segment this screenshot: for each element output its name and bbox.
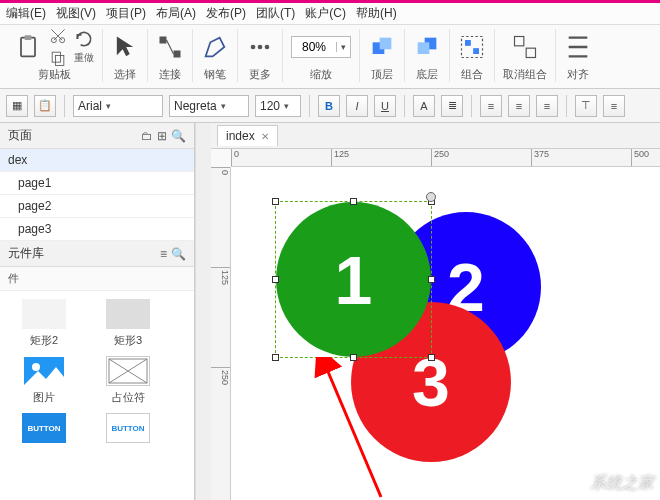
ungroup-label: 取消组合 [503, 67, 547, 82]
valign-top-btn[interactable]: ⊤ [575, 95, 597, 117]
page-item-index[interactable]: dex [0, 149, 194, 172]
pages-title: 页面 [8, 127, 32, 144]
sidebar-scrollbar[interactable] [195, 123, 211, 500]
rotate-handle[interactable] [426, 192, 436, 202]
menu-edit[interactable]: 编辑(E) [6, 5, 46, 22]
menu-help[interactable]: 帮助(H) [356, 5, 397, 22]
group-select: 选择 [103, 29, 148, 82]
lib-item-placeholder[interactable]: 占位符 [98, 356, 158, 405]
redo-label[interactable]: 重做 [74, 51, 94, 65]
close-icon[interactable]: ✕ [261, 131, 269, 142]
add-folder-icon[interactable]: 🗀 [141, 129, 153, 143]
menu-publish[interactable]: 发布(P) [206, 5, 246, 22]
format-bar: ▦ 📋 Arial▾ Negreta▾ 120▾ B I U A ≣ ≡ ≡ ≡… [0, 89, 660, 123]
menu-layout[interactable]: 布局(A) [156, 5, 196, 22]
lib-panel-header: 元件库 ≡ 🔍 [0, 241, 194, 267]
bullets-btn[interactable]: ≣ [441, 95, 463, 117]
lib-item-button1[interactable]: BUTTON [14, 413, 74, 447]
group-pen: 钢笔 [193, 29, 238, 82]
group-toplayer: 顶层 [360, 29, 405, 82]
page-item-page2[interactable]: page2 [0, 195, 194, 218]
ruler-tick: 125 [331, 149, 349, 166]
separator [471, 95, 472, 117]
lib-item-label: 图片 [33, 390, 55, 405]
add-page-icon[interactable]: ⊞ [157, 129, 167, 143]
svg-rect-16 [465, 40, 471, 46]
menu-view[interactable]: 视图(V) [56, 5, 96, 22]
canvas-area: index ✕ 0 125 250 375 500 0 125 250 2 3 … [211, 123, 660, 500]
svg-rect-12 [380, 38, 392, 50]
group-align: 对齐 [556, 29, 600, 82]
group-clipboard: 重做 剪贴板 [6, 29, 103, 82]
group-connect: 连接 [148, 29, 193, 82]
underline-btn[interactable]: U [374, 95, 396, 117]
lib-item-button2[interactable]: BUTTON [98, 413, 158, 447]
size-select[interactable]: 120▾ [255, 95, 301, 117]
zoom-combo[interactable]: ▾ [291, 36, 351, 58]
font-color-btn[interactable]: A [413, 95, 435, 117]
paste-style-btn[interactable]: 📋 [34, 95, 56, 117]
italic-btn[interactable]: I [346, 95, 368, 117]
ruler-horizontal[interactable]: 0 125 250 375 500 [231, 149, 660, 167]
send-back-icon[interactable] [413, 33, 441, 61]
lib-menu-icon[interactable]: ≡ [160, 247, 167, 261]
paste-icon[interactable] [14, 33, 42, 61]
lib-item-image[interactable]: 图片 [14, 356, 74, 405]
group-label: 组合 [461, 67, 483, 82]
lib-item-rect2[interactable]: 矩形2 [14, 299, 74, 348]
svg-rect-6 [160, 37, 167, 44]
group-more: 更多 [238, 29, 283, 82]
tab-index[interactable]: index ✕ [217, 125, 278, 146]
svg-rect-15 [462, 37, 483, 58]
bold-btn[interactable]: B [318, 95, 340, 117]
undo-icon[interactable] [74, 29, 94, 49]
svg-rect-7 [174, 51, 181, 58]
menu-team[interactable]: 团队(T) [256, 5, 295, 22]
lib-item-rect3[interactable]: 矩形3 [98, 299, 158, 348]
search-icon[interactable]: 🔍 [171, 129, 186, 143]
zoom-input[interactable] [292, 40, 336, 54]
pages-panel-header: 页面 🗀 ⊞ 🔍 [0, 123, 194, 149]
pen-label: 钢笔 [204, 67, 226, 82]
align-icon[interactable] [564, 33, 592, 61]
align-center-btn[interactable]: ≡ [508, 95, 530, 117]
font-select[interactable]: Arial▾ [73, 95, 163, 117]
resize-handle-nw[interactable] [272, 198, 279, 205]
page-item-page3[interactable]: page3 [0, 218, 194, 241]
clipboard-label: 剪贴板 [38, 67, 71, 82]
shape-circle-1[interactable]: 1 [276, 202, 431, 357]
lib-category: 件 [0, 267, 194, 291]
separator [64, 95, 65, 117]
bring-front-icon[interactable] [368, 33, 396, 61]
zoom-dropdown-icon[interactable]: ▾ [336, 42, 350, 52]
menu-account[interactable]: 账户(C) [305, 5, 346, 22]
more-icon[interactable] [246, 33, 274, 61]
group-icon[interactable] [458, 33, 486, 61]
align-left-btn[interactable]: ≡ [480, 95, 502, 117]
pen-icon[interactable] [201, 33, 229, 61]
canvas[interactable]: 2 3 1 [231, 167, 660, 500]
lib-search-icon[interactable]: 🔍 [171, 247, 186, 261]
menubar: 编辑(E) 视图(V) 项目(P) 布局(A) 发布(P) 团队(T) 账户(C… [0, 3, 660, 25]
ungroup-icon[interactable] [511, 33, 539, 61]
main-area: 页面 🗀 ⊞ 🔍 dex page1 page2 page3 元件库 ≡ 🔍 件 [0, 123, 660, 500]
cut-icon[interactable] [48, 26, 68, 46]
group-zoom: ▾ 缩放 [283, 29, 360, 82]
connect-icon[interactable] [156, 33, 184, 61]
svg-rect-14 [418, 42, 430, 54]
group-bottomlayer: 底层 [405, 29, 450, 82]
style-manager-btn[interactable]: ▦ [6, 95, 28, 117]
group-ungroup: 取消组合 [495, 29, 556, 82]
page-item-page1[interactable]: page1 [0, 172, 194, 195]
weight-select[interactable]: Negreta▾ [169, 95, 249, 117]
menu-project[interactable]: 项目(P) [106, 5, 146, 22]
lib-item-label: 占位符 [112, 390, 145, 405]
ruler-vertical[interactable]: 0 125 250 [211, 167, 231, 500]
valign-mid-btn[interactable]: ≡ [603, 95, 625, 117]
resize-handle-sw[interactable] [272, 354, 279, 361]
align-right-btn[interactable]: ≡ [536, 95, 558, 117]
tab-label: index [226, 129, 255, 143]
pointer-icon[interactable] [111, 33, 139, 61]
copy-icon[interactable] [48, 48, 68, 68]
ruler-tick: 250 [431, 149, 449, 166]
